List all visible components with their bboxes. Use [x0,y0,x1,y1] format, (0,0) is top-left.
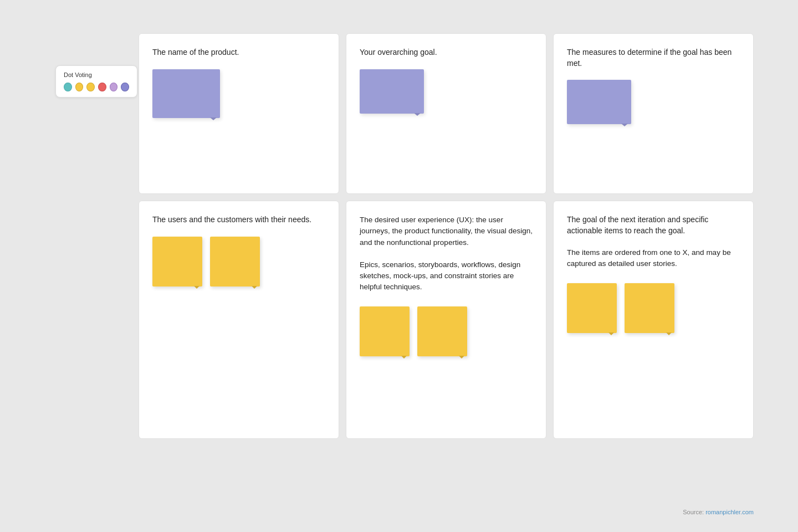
card-iteration-stickies [567,283,740,333]
sticky-yellow-ux-1[interactable] [360,306,410,356]
dot-voting-label: Dot Voting [64,71,129,78]
card-iteration-title: The goal of the next iteration and speci… [567,214,740,236]
dot-yellow-1[interactable] [75,83,84,91]
sticky-blue-measures[interactable] [567,80,631,124]
sticky-yellow-ux-2[interactable] [417,306,467,356]
sticky-blue-goal[interactable] [360,69,424,114]
source-prefix: Source: [683,509,704,515]
card-users: The users and the customers with their n… [139,201,339,439]
card-product-stickies [152,69,325,118]
cards-grid: The name of the product. Your overarchin… [139,33,754,439]
card-measures-stickies [567,80,740,124]
dots-container [64,83,129,91]
sticky-yellow-iter-2[interactable] [625,283,674,333]
sticky-yellow-users-2[interactable] [210,237,260,287]
main-canvas: Dot Voting The name of the product. Your… [0,0,798,532]
dot-blue-violet[interactable] [121,83,129,91]
card-desired-ux: The desired user experience (UX): the us… [346,201,546,439]
card-iteration-subtitle: The items are ordered from one to X, and… [567,247,740,270]
source-link[interactable]: romanpichler.com [705,509,754,515]
sticky-yellow-iter-1[interactable] [567,283,617,333]
dot-teal[interactable] [64,83,72,91]
card-goal-title: Your overarching goal. [360,47,533,58]
dot-yellow-2[interactable] [86,83,95,91]
sticky-blue-product[interactable] [152,69,220,118]
card-product-name: The name of the product. [139,33,339,194]
card-measures-title: The measures to determine if the goal ha… [567,47,740,69]
card-ux-stickies [360,306,533,356]
card-goal-stickies [360,69,533,114]
dot-purple[interactable] [110,83,118,91]
source-footer: Source: romanpichler.com [683,509,754,515]
sticky-yellow-users-1[interactable] [152,237,202,287]
card-users-title: The users and the customers with their n… [152,214,325,226]
dot-voting-widget: Dot Voting [55,65,137,98]
card-next-iteration: The goal of the next iteration and speci… [553,201,754,439]
card-ux-title: The desired user experience (UX): the us… [360,214,533,248]
card-users-stickies [152,237,325,287]
card-measures: The measures to determine if the goal ha… [553,33,754,194]
card-goal: Your overarching goal. [346,33,546,194]
card-product-name-title: The name of the product. [152,47,325,58]
dot-red[interactable] [98,83,106,91]
card-ux-subtitle: Epics, scenarios, storyboards, workflows… [360,259,533,293]
